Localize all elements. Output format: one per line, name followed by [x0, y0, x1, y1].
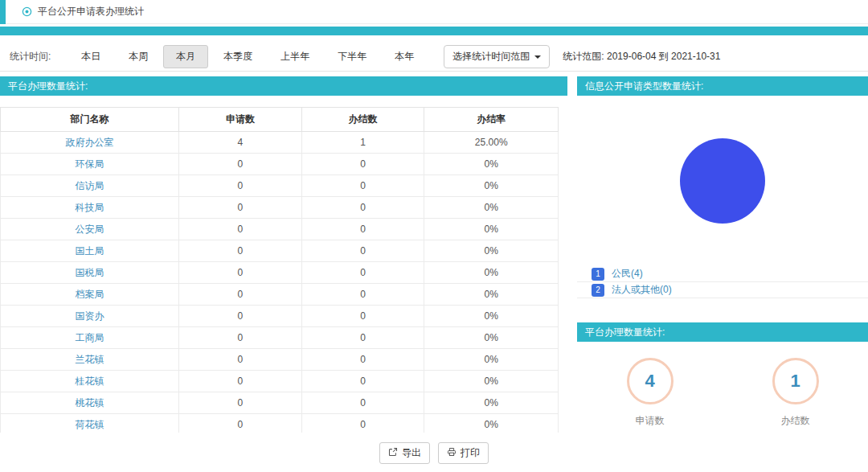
table-cell: 0 [301, 306, 424, 327]
divider-bar [0, 27, 868, 35]
table-cell: 0% [424, 219, 559, 240]
table-cell: 0% [424, 175, 559, 197]
table-cell: 0 [179, 262, 302, 284]
table-row: 国资办000% [1, 306, 559, 327]
table-row: 环保局000% [1, 154, 559, 175]
legend-item-legal-person[interactable]: 2 法人或其他(0) [577, 282, 868, 298]
table-cell: 0% [424, 306, 559, 327]
table-row: 荷花镇000% [1, 414, 559, 433]
filter-label: 统计时间: [10, 50, 51, 64]
stat-completed-value: 1 [790, 371, 800, 392]
table-cell: 0 [179, 327, 302, 349]
platform-totals-panel-title: 平台办理数量统计: [577, 322, 868, 342]
print-button-label: 打印 [461, 446, 480, 460]
table-cell: 0 [301, 392, 424, 414]
table-cell: 25.00% [424, 132, 559, 154]
table-row: 科技局000% [1, 197, 559, 219]
application-type-panel: 信息公开申请类型数量统计: 1 公民(4) 2 法人或其他(0) [577, 76, 868, 298]
time-tab-2[interactable]: 本月 [163, 45, 208, 68]
pie-chart[interactable] [680, 138, 765, 224]
stat-completed-ring: 1 [772, 358, 819, 404]
dept-name-link[interactable]: 科技局 [1, 197, 179, 219]
legend-item-citizen[interactable]: 1 公民(4) [577, 266, 868, 282]
dept-name-link[interactable]: 桃花镇 [1, 392, 179, 414]
pie-legend: 1 公民(4) 2 法人或其他(0) [577, 266, 868, 298]
filter-bar: 统计时间: 本日本周本月本季度上半年下半年本年 选择统计时间范围 统计范围: 2… [0, 43, 868, 72]
statistics-range-text: 统计范围: 2019-06-04 到 2021-10-31 [563, 50, 720, 64]
table-cell: 0% [424, 240, 559, 262]
table-cell: 0 [301, 262, 424, 284]
table-cell: 0% [424, 392, 559, 414]
time-tab-3[interactable]: 本季度 [211, 45, 265, 68]
platform-totals-panel: 平台办理数量统计: 4 申请数 1 办结数 [577, 322, 868, 428]
page-header: 平台公开申请表办理统计 [0, 0, 868, 24]
stat-applications: 4 申请数 [577, 358, 723, 428]
time-tab-0[interactable]: 本日 [68, 45, 113, 68]
table-cell: 0 [301, 197, 424, 219]
table-cell: 0 [179, 392, 302, 414]
footer-actions: 导出 打印 [0, 442, 868, 464]
table-row: 档案局000% [1, 284, 559, 306]
dept-name-link[interactable]: 环保局 [1, 154, 179, 175]
legend-index-badge: 1 [592, 268, 604, 281]
table-cell: 0 [179, 175, 302, 197]
export-icon [388, 447, 398, 459]
stat-applications-value: 4 [645, 371, 654, 392]
table-cell: 0% [424, 154, 559, 175]
export-button-label: 导出 [402, 446, 421, 460]
dept-name-link[interactable]: 信访局 [1, 175, 179, 197]
table-row: 桂花镇000% [1, 371, 559, 392]
table-row: 桃花镇000% [1, 392, 559, 414]
table-row: 政府办公室4125.00% [1, 132, 559, 154]
dept-name-link[interactable]: 国税局 [1, 262, 179, 284]
table-cell: 0 [301, 240, 424, 262]
right-column: 信息公开申请类型数量统计: 1 公民(4) 2 法人或其他(0) 平台办理数量统… [577, 76, 868, 433]
dept-name-link[interactable]: 国资办 [1, 306, 179, 327]
table-cell: 0% [424, 371, 559, 392]
table-cell: 0 [301, 414, 424, 433]
table-cell: 0 [179, 154, 302, 175]
table-cell: 0 [179, 284, 302, 306]
legend-label: 公民(4) [612, 267, 643, 281]
caret-down-icon [534, 55, 541, 59]
dept-name-link[interactable]: 公安局 [1, 219, 179, 240]
stat-completed-label: 办结数 [781, 414, 810, 428]
legend-label: 法人或其他(0) [612, 283, 672, 297]
print-icon [447, 447, 457, 459]
legend-index-badge: 2 [592, 284, 604, 297]
column-header-department: 部门名称 [1, 108, 179, 132]
stat-applications-label: 申请数 [636, 414, 665, 428]
table-cell: 0 [301, 371, 424, 392]
table-row: 国土局000% [1, 240, 559, 262]
table-row: 兰花镇000% [1, 349, 559, 371]
time-tab-6[interactable]: 本年 [382, 45, 427, 68]
dept-name-link[interactable]: 档案局 [1, 284, 179, 306]
dept-name-link[interactable]: 国土局 [1, 240, 179, 262]
table-cell: 0% [424, 262, 559, 284]
time-tab-1[interactable]: 本周 [116, 45, 161, 68]
pie-chart-area [577, 96, 868, 266]
date-range-dropdown-label: 选择统计时间范围 [452, 50, 530, 64]
table-cell: 4 [179, 132, 302, 154]
time-tab-5[interactable]: 下半年 [325, 45, 379, 68]
print-button[interactable]: 打印 [438, 442, 489, 464]
dept-name-link[interactable]: 桂花镇 [1, 371, 179, 392]
accent-notch [0, 0, 6, 24]
dept-name-link[interactable]: 政府办公室 [1, 132, 179, 154]
column-header-applications: 申请数 [179, 108, 302, 132]
dept-name-link[interactable]: 工商局 [1, 327, 179, 349]
table-cell: 0% [424, 327, 559, 349]
time-tab-4[interactable]: 上半年 [268, 45, 322, 68]
table-row: 工商局000% [1, 327, 559, 349]
column-header-completion-rate: 办结率 [424, 108, 559, 132]
table-header-row: 部门名称 申请数 办结数 办结率 [1, 108, 559, 132]
table-cell: 0 [179, 197, 302, 219]
table-cell: 0% [424, 284, 559, 306]
application-type-panel-title: 信息公开申请类型数量统计: [577, 76, 868, 96]
dept-name-link[interactable]: 兰花镇 [1, 349, 179, 371]
date-range-dropdown[interactable]: 选择统计时间范围 [444, 45, 550, 68]
table-cell: 0 [179, 240, 302, 262]
dept-name-link[interactable]: 荷花镇 [1, 414, 179, 433]
export-button[interactable]: 导出 [379, 442, 430, 464]
dept-table: 部门名称 申请数 办结数 办结率 政府办公室4125.00%环保局000%信访局… [0, 107, 559, 433]
